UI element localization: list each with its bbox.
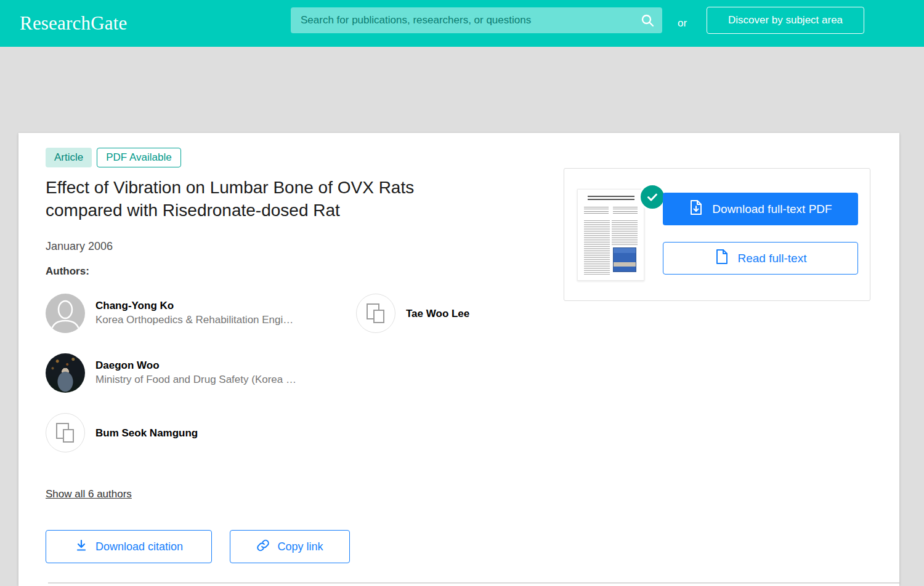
download-citation-label: Download citation: [95, 540, 183, 553]
article-type-badge: Article: [46, 148, 92, 167]
download-icon: [75, 539, 88, 555]
read-fulltext-button[interactable]: Read full-text: [663, 242, 858, 275]
copy-link-button[interactable]: Copy link: [230, 530, 350, 563]
publication-placeholder-avatar-icon[interactable]: [356, 294, 395, 333]
discover-button-label: Discover by subject area: [728, 14, 843, 26]
fulltext-access-card: Download full-text PDF Read full-text: [564, 168, 870, 301]
download-citation-button[interactable]: Download citation: [46, 530, 212, 563]
badge-row: Article PDF Available: [46, 148, 899, 167]
search-input[interactable]: [291, 7, 662, 33]
section-divider: [48, 582, 899, 584]
author-name[interactable]: Tae Woo Lee: [406, 307, 469, 320]
publication-placeholder-avatar-icon[interactable]: [46, 413, 85, 452]
search-bar: [291, 7, 662, 33]
pdf-available-check-icon: [639, 183, 666, 211]
read-fulltext-label: Read full-text: [738, 252, 807, 265]
top-navbar: ResearchGate or Discover by subject area: [0, 0, 924, 47]
document-download-icon: [689, 199, 703, 219]
person-silhouette-avatar-icon[interactable]: [46, 294, 85, 333]
author-affiliation: Korea Orthopedics & Rehabilitation Engi…: [95, 312, 293, 327]
thumbnail-title-lines: [588, 196, 634, 201]
show-all-authors-link[interactable]: Show all 6 authors: [46, 488, 132, 500]
publication-title: Effect of Vibration on Lumbar Bone of OV…: [46, 176, 477, 222]
download-fulltext-pdf-button[interactable]: Download full-text PDF: [663, 193, 858, 225]
document-icon: [715, 249, 729, 268]
thumbnail-figure-image: [613, 247, 636, 272]
authors-list: Chang-Yong Ko Korea Orthopedics & Rehabi…: [46, 294, 600, 452]
link-icon: [256, 539, 270, 555]
author-name[interactable]: Bum Seok Namgung: [95, 427, 198, 440]
download-fulltext-pdf-label: Download full-text PDF: [712, 203, 832, 216]
search-icon[interactable]: [640, 13, 655, 28]
author-photo-avatar[interactable]: [46, 353, 85, 393]
pdf-available-badge: PDF Available: [97, 148, 180, 167]
author-name[interactable]: Daegon Woo: [95, 359, 296, 372]
author-row[interactable]: Daegon Woo Ministry of Food and Drug Saf…: [46, 353, 356, 393]
copy-link-label: Copy link: [277, 540, 323, 553]
discover-by-subject-button[interactable]: Discover by subject area: [707, 7, 864, 34]
author-name[interactable]: Chang-Yong Ko: [95, 299, 293, 312]
author-row[interactable]: Chang-Yong Ko Korea Orthopedics & Rehabi…: [46, 294, 356, 333]
or-separator-text: or: [678, 0, 687, 47]
researchgate-logo[interactable]: ResearchGate: [20, 12, 128, 34]
publication-card: Article PDF Available Effect of Vibratio…: [18, 133, 899, 586]
pdf-preview-thumbnail[interactable]: [577, 189, 644, 281]
author-row[interactable]: Bum Seok Namgung: [46, 413, 356, 452]
author-affiliation: Ministry of Food and Drug Safety (Korea …: [95, 372, 296, 387]
citation-action-row: Download citation Copy link: [46, 530, 899, 563]
